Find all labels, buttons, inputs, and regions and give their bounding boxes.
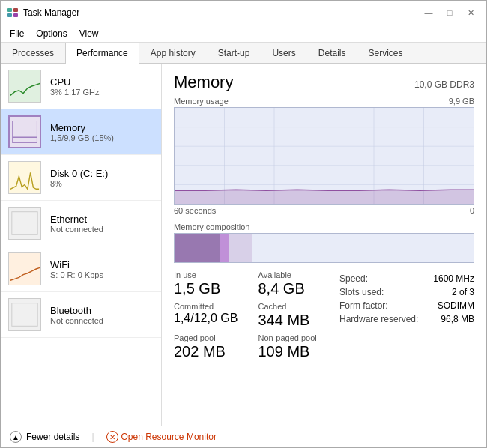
chart-time-start: 60 seconds	[174, 206, 216, 215]
stat-in-use: In use 1,5 GB	[174, 270, 249, 297]
menu-bar: File Options View	[1, 25, 486, 43]
disk-graph-icon	[8, 161, 41, 194]
fewer-details-icon: ▲	[10, 431, 22, 443]
paged-value: 202 MB	[174, 342, 249, 360]
composition-bar	[174, 233, 474, 263]
footer-divider: |	[91, 432, 94, 442]
ethernet-sub: Not connected	[50, 225, 103, 234]
fewer-details-button[interactable]: ▲ Fewer details	[10, 431, 79, 443]
minimize-button[interactable]: —	[419, 5, 438, 20]
cpu-sub: 3% 1,17 GHz	[50, 88, 99, 97]
stat-paged: Paged pool 202 MB	[174, 333, 249, 360]
cpu-label: CPU	[50, 76, 99, 88]
svg-rect-3	[13, 13, 18, 17]
tab-performance[interactable]: Performance	[65, 43, 139, 64]
resource-monitor-label: Open Resource Monitor	[121, 432, 217, 442]
main-header: Memory 10,0 GB DDR3	[174, 73, 474, 92]
cpu-graph-icon	[8, 70, 41, 103]
form-val: SODIMM	[438, 300, 474, 311]
stats-info-row: In use 1,5 GB Available 8,4 GB Committed…	[174, 270, 474, 360]
wifi-label: WiFi	[50, 259, 103, 270]
footer: ▲ Fewer details | ✕ Open Resource Monito…	[1, 426, 486, 447]
sidebar: CPU 3% 1,17 GHz Memory 1,5/9,9 GB (15%)	[1, 64, 162, 426]
tab-details[interactable]: Details	[307, 43, 357, 63]
maximize-button[interactable]: □	[440, 5, 459, 20]
memory-usage-chart-section: Memory usage 9,9 GB	[174, 97, 474, 215]
stat-cached: Cached 344 MB	[258, 302, 334, 329]
speed-val: 1600 MHz	[433, 273, 474, 284]
ethernet-graph-icon	[8, 207, 41, 240]
svg-marker-17	[175, 190, 474, 204]
comp-modified	[220, 234, 229, 262]
stat-committed: Committed 1,4/12,0 GB	[174, 302, 249, 329]
cached-label: Cached	[258, 302, 334, 311]
stats-left: In use 1,5 GB Available 8,4 GB Committed…	[174, 270, 333, 360]
stat-available: Available 8,4 GB	[258, 270, 334, 297]
sidebar-item-memory[interactable]: Memory 1,5/9,9 GB (15%)	[1, 109, 161, 155]
stat-nonpaged: Non-paged pool 109 MB	[258, 333, 334, 360]
memory-composition-section: Memory composition	[174, 223, 474, 263]
in-use-value: 1,5 GB	[174, 279, 249, 297]
bluetooth-label: Bluetooth	[50, 305, 103, 316]
slots-val: 2 of 3	[452, 287, 474, 297]
tab-start-up[interactable]: Start-up	[207, 43, 261, 63]
resource-monitor-icon: ✕	[106, 431, 118, 443]
memory-graph-icon	[8, 115, 41, 148]
sidebar-item-cpu[interactable]: CPU 3% 1,17 GHz	[1, 64, 161, 109]
composition-label: Memory composition	[174, 223, 474, 231]
sidebar-item-disk[interactable]: Disk 0 (C: E:) 8%	[1, 155, 161, 201]
task-manager-window: Task Manager — □ ✕ File Options View Pro…	[0, 0, 487, 448]
wifi-graph-icon	[8, 252, 41, 285]
main-title: Memory	[174, 73, 233, 92]
available-label: Available	[258, 270, 334, 279]
tab-services[interactable]: Services	[357, 43, 414, 63]
comp-in-use	[175, 234, 220, 262]
committed-value: 1,4/12,0 GB	[174, 311, 249, 325]
hw-val: 96,8 MB	[441, 314, 474, 324]
info-col: Speed: 1600 MHz Slots used: 2 of 3 Form …	[339, 270, 474, 360]
main-content: CPU 3% 1,17 GHz Memory 1,5/9,9 GB (15%)	[1, 64, 486, 426]
tab-bar: Processes Performance App history Start-…	[1, 43, 486, 64]
window-title: Task Manager	[23, 7, 79, 18]
comp-standby	[229, 234, 252, 262]
bluetooth-sub: Not connected	[50, 316, 103, 325]
tab-app-history[interactable]: App history	[139, 43, 207, 63]
svg-rect-6	[12, 212, 37, 235]
svg-rect-1	[13, 8, 18, 12]
disk-label: Disk 0 (C: E:)	[50, 168, 108, 179]
close-button[interactable]: ✕	[461, 5, 480, 20]
open-resource-monitor-button[interactable]: ✕ Open Resource Monitor	[106, 431, 217, 443]
ethernet-label: Ethernet	[50, 214, 103, 225]
speed-key: Speed:	[339, 273, 368, 284]
committed-label: Committed	[174, 302, 249, 311]
form-key: Form factor:	[339, 300, 388, 311]
title-bar: Task Manager — □ ✕	[1, 1, 486, 25]
sidebar-item-wifi[interactable]: WiFi S: 0 R: 0 Kbps	[1, 246, 161, 292]
memory-usage-chart	[174, 107, 474, 205]
memory-sub: 1,5/9,9 GB (15%)	[50, 133, 114, 142]
chart-time-end: 0	[470, 206, 474, 215]
disk-sub: 8%	[50, 179, 108, 188]
menu-file[interactable]: File	[4, 27, 30, 40]
nonpaged-value: 109 MB	[258, 342, 334, 360]
tab-processes[interactable]: Processes	[1, 43, 65, 63]
paged-label: Paged pool	[174, 333, 249, 342]
in-use-label: In use	[174, 270, 249, 279]
sidebar-item-bluetooth[interactable]: Bluetooth Not connected	[1, 292, 161, 338]
slots-key: Slots used:	[339, 287, 384, 297]
main-spec: 10,0 GB DDR3	[414, 79, 474, 90]
menu-view[interactable]: View	[73, 27, 105, 40]
menu-options[interactable]: Options	[30, 27, 73, 40]
svg-rect-4	[13, 121, 37, 142]
main-panel: Memory 10,0 GB DDR3 Memory usage 9,9 GB	[162, 64, 486, 426]
memory-label: Memory	[50, 122, 114, 133]
chart-max-label: 9,9 GB	[449, 97, 474, 106]
wifi-sub: S: 0 R: 0 Kbps	[50, 270, 103, 279]
nonpaged-label: Non-paged pool	[258, 333, 334, 342]
tab-users[interactable]: Users	[261, 43, 306, 63]
available-value: 8,4 GB	[258, 279, 334, 297]
svg-rect-2	[7, 13, 12, 17]
chart-usage-label: Memory usage	[174, 97, 229, 106]
sidebar-item-ethernet[interactable]: Ethernet Not connected	[1, 201, 161, 246]
cached-value: 344 MB	[258, 311, 334, 329]
